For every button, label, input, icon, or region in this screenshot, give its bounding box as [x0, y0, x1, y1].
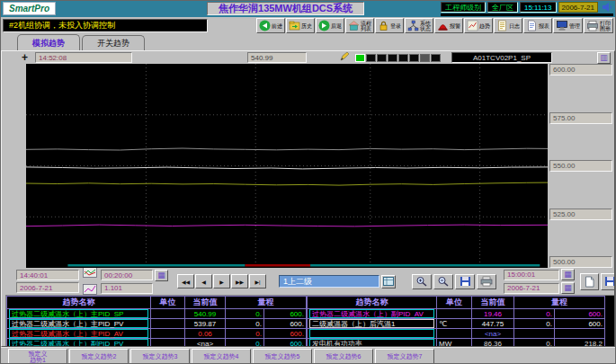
- pen-name-label[interactable]: [309, 329, 434, 338]
- user-level-badge: 工程师级别: [441, 2, 486, 13]
- cursor-value-field[interactable]: 540.99: [247, 52, 307, 63]
- trend-plot[interactable]: [26, 64, 548, 268]
- preset-trend-tab-3[interactable]: 预定义趋势3: [130, 349, 190, 364]
- col-header-name: 趋势名称: [308, 297, 437, 309]
- preset-trend-tab-6[interactable]: 预定义趋势6: [314, 349, 373, 364]
- preset-trend-tab-2[interactable]: 预定义趋势2: [69, 349, 129, 364]
- pen-range-min-cell: 0.: [226, 339, 264, 348]
- main-toolbar: 前进历史后退流程 列表登录系统 状态报警趋势日志报表管理打印 图形: [256, 18, 613, 33]
- speaker-icon[interactable]: [602, 2, 613, 13]
- cursor-time-field[interactable]: 14:52:08: [35, 52, 132, 63]
- pen-range-max-cell: 600.: [555, 319, 605, 329]
- pen-unit-cell: ℃: [437, 319, 472, 329]
- start-time-field[interactable]: 14:40:01: [16, 270, 79, 280]
- pen-name-cell: 过热器二级减温水（上）主PID_PV: [7, 319, 151, 329]
- end-time-field[interactable]: 15:00:01: [504, 270, 559, 280]
- pen-range-max-cell: 600.: [264, 339, 307, 348]
- pen-swatch-8[interactable]: [431, 54, 441, 62]
- toolbar-button-log[interactable]: 日志: [494, 18, 522, 33]
- preset-trend-tab-1[interactable]: 预定义 趋势1: [8, 349, 67, 364]
- tab-switch-trend[interactable]: 开关趋势: [82, 35, 145, 50]
- pen-value-cell: 447.75: [472, 319, 514, 329]
- col-header-name: 趋势名称: [7, 297, 151, 309]
- pen-range-max-cell: 600.: [264, 319, 307, 329]
- pen-value-cell: <na>: [185, 339, 226, 348]
- pen-swatch-3[interactable]: [377, 54, 387, 62]
- quality-bar-segment: [246, 264, 311, 267]
- plot-left-margin: [2, 64, 26, 268]
- scale-ratio-field[interactable]: 1.101: [101, 283, 153, 294]
- rewind-button[interactable]: ◀◀: [177, 274, 194, 289]
- col-header-range: 量程: [514, 297, 605, 309]
- save-chart-button[interactable]: [455, 274, 475, 289]
- pen-swatch-4[interactable]: [388, 54, 397, 62]
- start-date-field[interactable]: 2006-7-21: [16, 282, 79, 293]
- end-date-field[interactable]: 2006-7-21: [504, 283, 559, 294]
- toolbar-button-manage[interactable]: 管理: [553, 18, 583, 33]
- pen-range-min-cell: 0.: [514, 319, 555, 329]
- preset-trend-tab-4[interactable]: 预定义趋势4: [192, 349, 251, 364]
- pen-name-label[interactable]: 过热器二级减温水（上）主PID_AV: [9, 329, 148, 338]
- log-page-icon: [496, 20, 508, 31]
- crosshair-icon[interactable]: +: [22, 53, 28, 62]
- trend-group-field[interactable]: 1上二级: [279, 275, 379, 288]
- end-date-calendar-button[interactable]: ▦: [561, 282, 575, 294]
- print-chart-button[interactable]: [477, 274, 496, 289]
- time-span-field[interactable]: 00:20:00: [101, 270, 153, 280]
- pen-name-cell: 发电机有功功率: [308, 339, 437, 348]
- chart-toolbar: + 14:52:08 540.99 A01TCV02P1_SP ▥: [2, 51, 614, 64]
- pen-table-row: 过热器二级减温水（上）主PID_AV0.060.600.: [7, 329, 307, 339]
- trend-panel: + 14:52:08 540.99 A01TCV02P1_SP ▥ 600.00…: [1, 50, 615, 347]
- trend-group-select-button[interactable]: [381, 275, 396, 289]
- tab-analog-trend[interactable]: 模拟趋势: [17, 34, 80, 50]
- toolbar-button-history[interactable]: 历史: [286, 18, 315, 33]
- clock-date: 2006-7-21: [558, 2, 598, 13]
- toolbar-button-forward[interactable]: 后退: [316, 18, 344, 33]
- toolbar-button-sys-status[interactable]: 系统 状态: [405, 18, 433, 33]
- pen-name-label[interactable]: 发电机有功功率: [309, 339, 434, 347]
- end-time-calendar-button[interactable]: ▦: [561, 269, 575, 280]
- pen-name-label[interactable]: 过热器二级减温水（上）副PID_AV: [309, 309, 434, 318]
- pen-name-label[interactable]: 过热器二级减温水（上）主PID_SP: [9, 309, 148, 318]
- zoom-out-button[interactable]: [433, 274, 453, 289]
- chart-settings-button[interactable]: ▥: [597, 52, 611, 64]
- pen-name-cell: 过热器二级减温水（上）主PID_AV: [7, 329, 151, 339]
- step-forward-button[interactable]: ▶: [213, 274, 230, 289]
- trend-group-combo: 1上二级: [279, 275, 396, 289]
- toolbar-button-trend[interactable]: 趋势: [464, 18, 493, 33]
- pen-swatch-6[interactable]: [409, 54, 419, 62]
- go-end-button[interactable]: ▶|: [249, 274, 266, 289]
- trend-mode-icon: [83, 282, 97, 296]
- step-back-button[interactable]: ◀: [195, 274, 212, 289]
- new-trend-button[interactable]: [580, 273, 599, 290]
- pen-table-row: 二级减温器（上）后汽温1℃447.750.600.: [308, 319, 605, 329]
- titlebar-status-area: 工程师级别 全厂区 15:11:13 2006-7-21: [441, 2, 613, 16]
- pen-value-cell: 19.46: [472, 309, 514, 319]
- pen-range-min-cell: 0.: [226, 319, 264, 329]
- pen-name-label[interactable]: 过热器二级减温水（上）主PID_PV: [9, 319, 148, 328]
- pen-swatch-5[interactable]: [398, 54, 408, 62]
- pen-name-label[interactable]: 二级减温器（上）后汽温1: [309, 319, 434, 328]
- fast-forward-button[interactable]: ▶▶: [231, 274, 248, 289]
- network-icon: [407, 20, 419, 31]
- toolbar-button-login[interactable]: 登录: [375, 18, 404, 33]
- span-settings-button[interactable]: ▦: [155, 270, 168, 281]
- pen-swatch-7[interactable]: [420, 54, 430, 62]
- preset-trend-tab-5[interactable]: 预定义趋势5: [253, 349, 312, 364]
- toolbar-button-alarm[interactable]: 报警: [434, 18, 463, 33]
- pen-range-max-cell: [555, 329, 605, 339]
- pen-swatch-2[interactable]: [366, 54, 376, 62]
- pen-table-row: 过热器二级减温水（上）主PID_PV539.870.600.: [7, 319, 307, 329]
- toolbar-button-print-graphics[interactable]: 打印 图形: [584, 18, 613, 33]
- trend-olive-green: [26, 182, 548, 185]
- pen-name-label[interactable]: 过热器二级减温水（上）副PID_PV: [9, 339, 148, 347]
- save-trend-button[interactable]: [601, 273, 614, 290]
- zoom-in-button[interactable]: [412, 274, 432, 289]
- preset-trend-tab-7[interactable]: 预定义趋势7: [375, 349, 434, 364]
- toolbar-button-back[interactable]: 前进: [256, 18, 285, 33]
- toolbar-button-report[interactable]: 报表: [523, 18, 552, 33]
- pen-swatch-1[interactable]: [355, 54, 365, 62]
- toolbar-button-label: 报警: [450, 23, 460, 29]
- trend-gray: [26, 148, 548, 150]
- toolbar-button-flow-list[interactable]: 流程 列表: [345, 18, 374, 33]
